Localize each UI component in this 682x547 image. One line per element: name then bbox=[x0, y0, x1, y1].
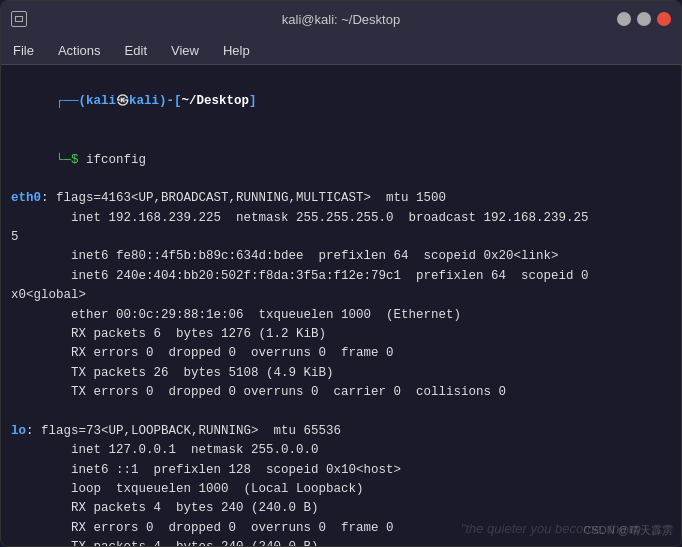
title-bar: kali@kali: ~/Desktop bbox=[1, 1, 681, 37]
lo-rx-errors: RX errors 0 dropped 0 overruns 0 frame 0 bbox=[11, 519, 671, 538]
eth0-rx-packets: RX packets 6 bytes 1276 (1.2 KiB) bbox=[11, 325, 671, 344]
eth0-inet: inet 192.168.239.225 netmask 255.255.255… bbox=[11, 209, 671, 248]
blank-line-1 bbox=[11, 402, 671, 421]
cmd-ifconfig: ifconfig bbox=[86, 153, 146, 167]
terminal-window: kali@kali: ~/Desktop File Actions Edit V… bbox=[0, 0, 682, 547]
menu-actions[interactable]: Actions bbox=[54, 41, 105, 60]
eth0-rx-errors: RX errors 0 dropped 0 overruns 0 frame 0 bbox=[11, 344, 671, 363]
window-icon bbox=[11, 11, 27, 27]
lo-inet: inet 127.0.0.1 netmask 255.0.0.0 bbox=[11, 441, 671, 460]
maximize-button[interactable] bbox=[637, 12, 651, 26]
lo-loop: loop txqueuelen 1000 (Local Loopback) bbox=[11, 480, 671, 499]
window-controls bbox=[617, 12, 671, 26]
eth0-tx-packets: TX packets 26 bytes 5108 (4.9 KiB) bbox=[11, 364, 671, 383]
prompt-text-1: ┌──(kali㉿kali)-[~/Desktop] bbox=[56, 94, 257, 108]
window-title: kali@kali: ~/Desktop bbox=[282, 12, 400, 27]
lo-flags: lo: flags=73<UP,LOOPBACK,RUNNING> mtu 65… bbox=[11, 422, 671, 441]
eth0-ether: ether 00:0c:29:88:1e:06 txqueuelen 1000 … bbox=[11, 306, 671, 325]
cmd-line-1: └─$ ifconfig bbox=[11, 131, 671, 189]
minimize-button[interactable] bbox=[617, 12, 631, 26]
lo-tx-packets: TX packets 4 bytes 240 (240.0 B) bbox=[11, 538, 671, 546]
eth0-inet6-1: inet6 fe80::4f5b:b89c:634d:bdee prefixle… bbox=[11, 247, 671, 266]
menu-bar: File Actions Edit View Help bbox=[1, 37, 681, 65]
menu-edit[interactable]: Edit bbox=[121, 41, 151, 60]
menu-view[interactable]: View bbox=[167, 41, 203, 60]
eth0-tx-errors: TX errors 0 dropped 0 overruns 0 carrier… bbox=[11, 383, 671, 402]
menu-help[interactable]: Help bbox=[219, 41, 254, 60]
eth0-inet6-2: inet6 240e:404:bb20:502f:f8da:3f5a:f12e:… bbox=[11, 267, 671, 306]
eth0-flags: eth0: flags=4163<UP,BROADCAST,RUNNING,MU… bbox=[11, 189, 671, 208]
lo-inet6: inet6 ::1 prefixlen 128 scopeid 0x10<hos… bbox=[11, 461, 671, 480]
prompt-line-1: ┌──(kali㉿kali)-[~/Desktop] bbox=[11, 73, 671, 131]
lo-rx-packets: RX packets 4 bytes 240 (240.0 B) bbox=[11, 499, 671, 518]
csdn-watermark: CSDN @晴天霹雳 bbox=[584, 523, 673, 538]
menu-file[interactable]: File bbox=[9, 41, 38, 60]
close-button[interactable] bbox=[657, 12, 671, 26]
prompt-dollar-1: └─$ bbox=[56, 153, 86, 167]
terminal-body[interactable]: ┌──(kali㉿kali)-[~/Desktop] └─$ ifconfig … bbox=[1, 65, 681, 546]
